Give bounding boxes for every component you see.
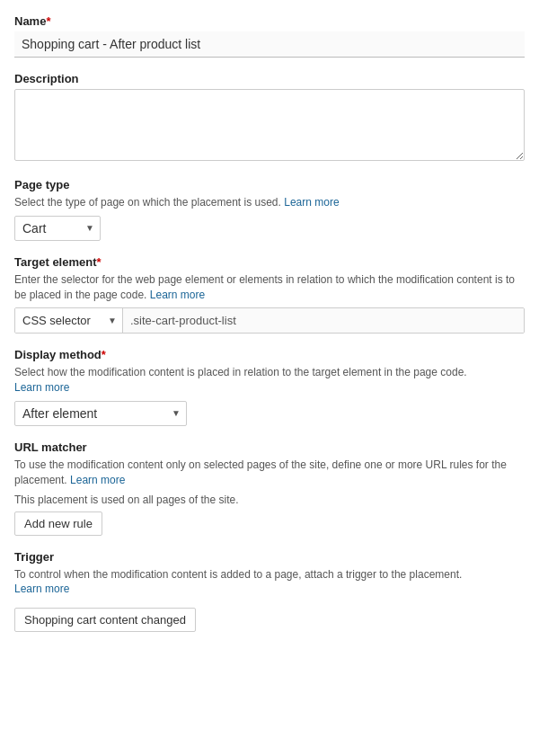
add-new-rule-button[interactable]: Add new rule [14,511,102,536]
target-element-label: Target element* [14,255,525,269]
page-type-field-group: Page type Select the type of page on whi… [14,178,525,241]
target-value-input[interactable] [123,308,524,333]
target-element-learn-more-link[interactable]: Learn more [150,289,205,301]
target-type-select[interactable]: CSS selector XPath ID [22,314,107,327]
page-type-learn-more-link[interactable]: Learn more [284,196,339,209]
url-matcher-description: To use the modification content only on … [14,458,525,488]
url-matcher-label: URL matcher [14,440,525,454]
display-method-description: Select how the modification content is p… [14,365,525,396]
description-input[interactable] [14,89,525,161]
name-field-group: Name* [14,14,525,58]
page-type-select[interactable]: Cart Home Product Category Checkout [22,221,93,236]
trigger-learn-more-link[interactable]: Learn more [14,583,69,595]
target-element-row: CSS selector XPath ID ▼ [14,307,525,334]
display-method-learn-more-link[interactable]: Learn more [14,381,69,394]
display-method-label: Display method* [14,348,525,361]
target-type-chevron-icon: ▼ [108,316,117,325]
url-matcher-learn-more-link[interactable]: Learn more [70,474,125,486]
display-method-select-wrapper[interactable]: After element Before element Replace ele… [14,401,187,426]
display-method-field-group: Display method* Select how the modificat… [14,348,525,426]
name-label: Name* [14,14,525,28]
url-matcher-info: This placement is used on all pages of t… [14,494,525,506]
target-type-select-wrapper[interactable]: CSS selector XPath ID ▼ [15,308,123,333]
name-input[interactable] [14,31,525,58]
target-element-description: Enter the selector for the web page elem… [14,272,525,303]
page-type-select-wrapper[interactable]: Cart Home Product Category Checkout ▼ [14,216,101,241]
trigger-badge: Shopping cart content changed [14,608,196,632]
description-field-group: Description [14,72,525,164]
page-type-label: Page type [14,178,525,191]
trigger-description: To control when the modification content… [14,567,525,598]
target-element-field-group: Target element* Enter the selector for t… [14,255,525,334]
page-type-description: Select the type of page on which the pla… [14,195,525,210]
trigger-field-group: Trigger To control when the modification… [14,550,525,633]
display-method-select[interactable]: After element Before element Replace ele… [22,406,179,421]
url-matcher-field-group: URL matcher To use the modification cont… [14,440,525,536]
trigger-label: Trigger [14,550,525,564]
description-label: Description [14,72,525,85]
